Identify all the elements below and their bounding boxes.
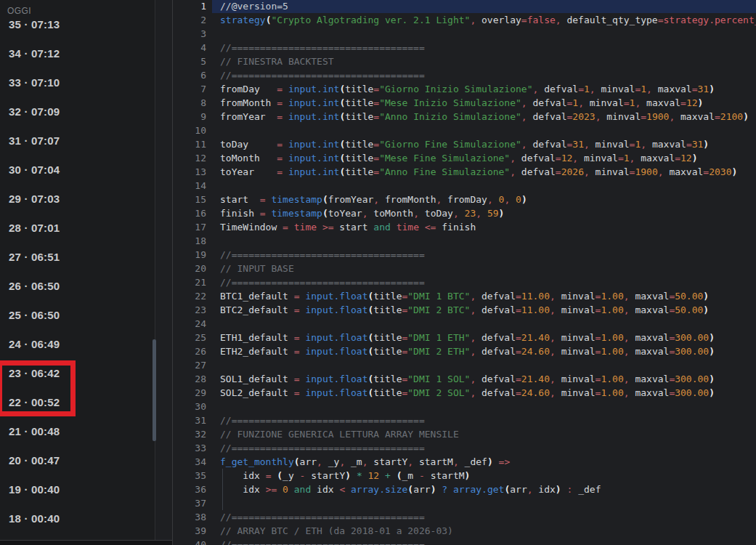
code-line-content[interactable]: //==================================: [212, 275, 756, 289]
code-line-content[interactable]: //==================================: [212, 68, 756, 82]
code-line-content[interactable]: //@version=5: [212, 0, 756, 13]
line-number[interactable]: 28: [173, 372, 212, 386]
line-number[interactable]: 29: [173, 386, 212, 400]
code-line-content[interactable]: //==================================: [212, 41, 756, 54]
line-number[interactable]: 9: [173, 110, 212, 124]
line-number[interactable]: 26: [173, 344, 212, 358]
line-number[interactable]: 32: [173, 427, 212, 441]
version-item[interactable]: 29 · 07:03: [0, 184, 155, 213]
line-number[interactable]: 19: [173, 248, 212, 262]
code-line-content[interactable]: ETH1_default = input.float(title="DMI 1 …: [212, 331, 756, 344]
line-number[interactable]: 24: [173, 317, 212, 331]
code-line-content[interactable]: // INPUT BASE: [212, 262, 756, 275]
code-line-content[interactable]: strategy("Crypto Algotrading ver. 2.1 Li…: [212, 13, 756, 27]
code-line-content[interactable]: f_get_monthly(arr, _y, _m, startY, start…: [212, 455, 756, 469]
code-line-content[interactable]: //==================================: [212, 413, 756, 427]
version-item[interactable]: 25 · 06:50: [0, 300, 155, 329]
line-number[interactable]: 25: [173, 331, 212, 344]
code-line-content[interactable]: toYear = input.int(title="Anno Fine Simu…: [212, 165, 756, 179]
code-line-content[interactable]: idx >= 0 and idx < array.size(arr) ? arr…: [212, 483, 756, 496]
code-line-content[interactable]: //==================================: [212, 510, 756, 524]
code-line: 28 SOL1_default = input.float(title="DMI…: [173, 372, 756, 386]
line-number[interactable]: 16: [173, 206, 212, 220]
line-number[interactable]: 17: [173, 220, 212, 234]
line-number[interactable]: 18: [173, 234, 212, 248]
line-number[interactable]: 4: [173, 41, 212, 54]
version-item[interactable]: 31 · 07:07: [0, 126, 155, 155]
code-editor[interactable]: 1 //@version=5 2 strategy("Crypto Algotr…: [173, 0, 756, 545]
code-line-content[interactable]: [212, 496, 756, 510]
code-line-content[interactable]: // FINESTRA BACKTEST: [212, 54, 756, 68]
code-line-content[interactable]: //==================================: [212, 441, 756, 455]
version-item[interactable]: 19 · 00:40: [0, 475, 155, 504]
code-line-content[interactable]: fromMonth = input.int(title="Mese Inizio…: [212, 96, 756, 110]
line-number[interactable]: 6: [173, 68, 212, 82]
version-item[interactable]: 21 · 00:48: [0, 416, 155, 445]
line-number[interactable]: 14: [173, 179, 212, 193]
line-number[interactable]: 23: [173, 303, 212, 317]
version-item[interactable]: 26 · 06:50: [0, 271, 155, 300]
line-number[interactable]: 36: [173, 483, 212, 496]
code-line: 24: [173, 317, 756, 331]
line-number[interactable]: 35: [173, 469, 212, 483]
line-number[interactable]: 37: [173, 496, 212, 510]
code-line-content[interactable]: SOL2_default = input.float(title="DMI 2 …: [212, 386, 756, 400]
line-number[interactable]: 30: [173, 400, 212, 413]
line-number[interactable]: 2: [173, 13, 212, 27]
line-number[interactable]: 40: [173, 538, 212, 545]
line-number[interactable]: 10: [173, 124, 212, 137]
code-line-content[interactable]: TimeWindow = time >= start and time <= f…: [212, 220, 756, 234]
code-line-content[interactable]: [212, 234, 756, 248]
code-line-content[interactable]: SOL1_default = input.float(title="DMI 1 …: [212, 372, 756, 386]
line-number[interactable]: 31: [173, 413, 212, 427]
line-number[interactable]: 12: [173, 151, 212, 165]
code-line-content[interactable]: idx = (_y - startY) * 12 + (_m - startM): [212, 469, 756, 483]
code-line-content[interactable]: [212, 317, 756, 331]
code-line-content[interactable]: BTC2_default = input.float(title="DMI 2 …: [212, 303, 756, 317]
version-item[interactable]: 20 · 00:47: [0, 445, 155, 475]
code-line-content[interactable]: //==================================: [212, 538, 756, 545]
code-line-content[interactable]: [212, 358, 756, 372]
version-item[interactable]: 34 · 07:12: [0, 39, 155, 68]
code-line-content[interactable]: [212, 124, 756, 137]
code-line-content[interactable]: // FUNZIONE GENERICA LETTURA ARRAY MENSI…: [212, 427, 756, 441]
line-number[interactable]: 33: [173, 441, 212, 455]
sidebar-scrollbar-track: [155, 0, 155, 540]
line-number[interactable]: 39: [173, 524, 212, 538]
code-line-content[interactable]: // ARRAY BTC / ETH (da 2018-01 a 2026-03…: [212, 524, 756, 538]
code-line-content[interactable]: start = timestamp(fromYear, fromMonth, f…: [212, 193, 756, 206]
line-number[interactable]: 1: [173, 0, 212, 13]
line-number[interactable]: 27: [173, 358, 212, 372]
line-number[interactable]: 22: [173, 289, 212, 303]
line-number[interactable]: 11: [173, 137, 212, 151]
line-number[interactable]: 3: [173, 27, 212, 41]
code-line-content[interactable]: [212, 27, 756, 41]
version-item[interactable]: 27 · 06:51: [0, 242, 155, 271]
line-number[interactable]: 13: [173, 165, 212, 179]
line-number[interactable]: 15: [173, 193, 212, 206]
sidebar-scrollbar-thumb[interactable]: [153, 339, 156, 441]
code-line-content[interactable]: ETH2_default = input.float(title="DMI 2 …: [212, 344, 756, 358]
code-line-content[interactable]: fromDay = input.int(title="Giorno Inizio…: [212, 82, 756, 96]
code-line-content[interactable]: [212, 400, 756, 413]
version-item[interactable]: 18 · 00:40: [0, 504, 155, 533]
version-item[interactable]: 28 · 07:01: [0, 213, 155, 242]
code-line-content[interactable]: toDay = input.int(title="Giorno Fine Sim…: [212, 137, 756, 151]
code-line-content[interactable]: //==================================: [212, 248, 756, 262]
version-item[interactable]: 32 · 07:09: [0, 97, 155, 126]
line-number[interactable]: 5: [173, 54, 212, 68]
line-number[interactable]: 20: [173, 262, 212, 275]
version-item[interactable]: 33 · 07:10: [0, 68, 155, 97]
version-item[interactable]: 24 · 06:49: [0, 329, 155, 358]
line-number[interactable]: 34: [173, 455, 212, 469]
version-item[interactable]: 30 · 07:04: [0, 155, 155, 184]
line-number[interactable]: 7: [173, 82, 212, 96]
line-number[interactable]: 21: [173, 275, 212, 289]
line-number[interactable]: 38: [173, 510, 212, 524]
code-line-content[interactable]: finish = timestamp(toYear, toMonth, toDa…: [212, 206, 756, 220]
code-line-content[interactable]: [212, 179, 756, 193]
code-line-content[interactable]: toMonth = input.int(title="Mese Fine Sim…: [212, 151, 756, 165]
line-number[interactable]: 8: [173, 96, 212, 110]
code-line-content[interactable]: BTC1_default = input.float(title="DMI 1 …: [212, 289, 756, 303]
code-line-content[interactable]: fromYear = input.int(title="Anno Inizio …: [212, 110, 756, 124]
